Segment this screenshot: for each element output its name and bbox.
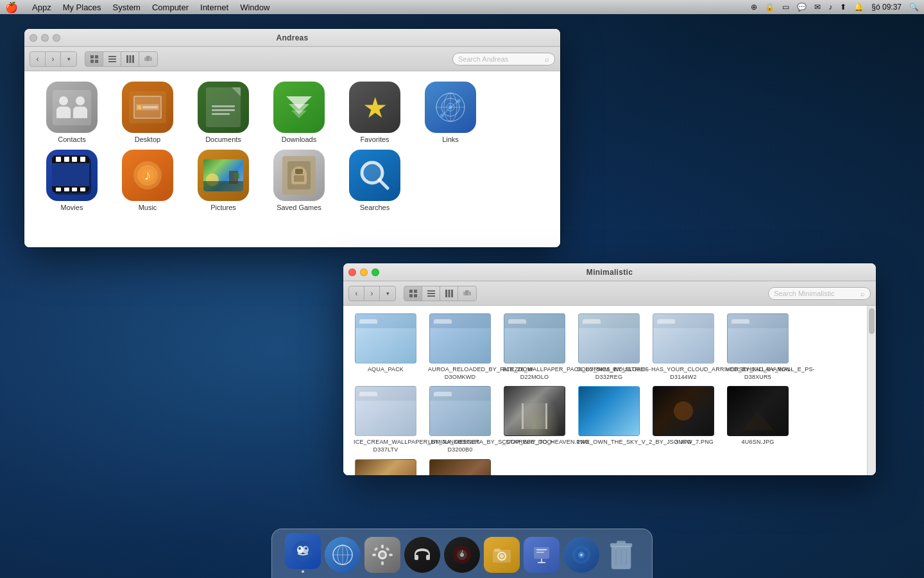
searches-icon xyxy=(349,150,400,201)
folder-documents[interactable]: Documents xyxy=(189,82,258,143)
forward-button-andreas[interactable]: › xyxy=(46,52,61,66)
minimize-button-minimalistic[interactable] xyxy=(360,268,368,276)
file-1we-own[interactable]: 1We_Own_The_Sky_v_2_BY_JsoNsw_7.png xyxy=(574,386,644,453)
menubar-add-icon[interactable]: ⊕ xyxy=(751,3,757,12)
close-button-minimalistic[interactable] xyxy=(348,268,356,276)
maximize-button-minimalistic[interactable] xyxy=(372,268,379,276)
menubar-upload-icon[interactable]: ⬆ xyxy=(840,3,846,12)
back-button-andreas[interactable]: ‹ xyxy=(30,52,46,66)
menu-internet[interactable]: Internet xyxy=(200,3,228,12)
svg-rect-37 xyxy=(427,295,435,297)
label-ice-cream: ICE_CREAM_WALLPAPER_BY_JUNKIEENET-D337LT… xyxy=(354,439,418,453)
menu-window[interactable]: Window xyxy=(240,3,270,12)
file-blr[interactable]: BLR_26_WALLPAPER_PACK_BY_5KM_INDUSTRIES-… xyxy=(500,313,569,381)
desktop-icon xyxy=(122,82,173,133)
dock-icon-keynote xyxy=(524,537,560,573)
file-lumina[interactable]: LUMINA_OBSCURA_BY_SCOOP_EEE_DOO-D3200B0 xyxy=(425,386,495,453)
scrollbar-minimalistic[interactable] xyxy=(867,306,876,475)
svg-rect-31 xyxy=(409,290,413,293)
svg-rect-5 xyxy=(108,58,116,60)
view-icon-btn-minimalistic[interactable] xyxy=(404,286,422,301)
view-icon-btn-andreas[interactable] xyxy=(85,52,103,66)
folder-links[interactable]: Links xyxy=(416,82,485,143)
file-colornes[interactable]: COLORNES_BY_SLOAU-D332REG xyxy=(574,313,644,381)
apple-menu[interactable]: 🍎 xyxy=(5,1,18,13)
view-list-btn-andreas[interactable] xyxy=(103,52,121,66)
svg-rect-60 xyxy=(385,547,389,551)
file-5f58b[interactable]: 5F58B43E412E1C33DA391DD76F81E2C7.JPG xyxy=(351,459,420,475)
menubar-mail-icon[interactable]: ✉ xyxy=(814,3,821,12)
close-button-andreas[interactable] xyxy=(30,34,37,42)
view-column-btn-minimalistic[interactable] xyxy=(440,286,458,301)
thumb-has-your xyxy=(653,313,714,363)
thumb-1we-own xyxy=(578,386,640,436)
thumb-stairway xyxy=(504,386,565,436)
dock-item-safari[interactable] xyxy=(325,537,361,573)
dock-item-itunes[interactable]: ♪ xyxy=(444,537,480,573)
nav-dropdown-andreas[interactable]: ▾ xyxy=(61,52,76,66)
svg-rect-71 xyxy=(536,552,544,553)
menubar-notify-icon[interactable]: 🔔 xyxy=(854,3,864,12)
search-box-andreas[interactable]: Search Andreas ⌕ xyxy=(452,53,555,66)
label-colornes: COLORNES_BY_SLOAU-D332REG xyxy=(577,366,641,381)
folder-movies[interactable]: Movies xyxy=(37,150,107,211)
file-horsehead[interactable]: HORSEHEAD_BY_WALL_E_PS-D38XUR5 xyxy=(723,313,792,381)
folder-contacts[interactable]: Contacts xyxy=(37,82,107,143)
minimize-button-andreas[interactable] xyxy=(41,34,49,42)
search-icon-minimalistic: ⌕ xyxy=(860,290,865,297)
folder-desktop[interactable]: Desktop xyxy=(113,82,182,143)
file-auroa[interactable]: AUROA_RELOADED_BY_FATEZOOM-D3OMKWD xyxy=(425,313,495,381)
window-content-andreas: Contacts Desktop xyxy=(24,71,560,247)
folder-downloads[interactable]: Downloads xyxy=(264,82,334,143)
menubar-display-icon[interactable]: ▭ xyxy=(782,3,789,12)
file-60jpg[interactable]: 60.jpg xyxy=(425,459,495,475)
forward-button-minimalistic[interactable]: › xyxy=(364,286,380,301)
folder-music[interactable]: ♪ Music xyxy=(113,150,182,211)
folder-pictures[interactable]: Pictures xyxy=(189,150,258,211)
file-stairway[interactable]: _Stairway_to_Heaven.png xyxy=(500,386,569,453)
dock-item-photo[interactable] xyxy=(484,537,520,573)
view-list-btn-minimalistic[interactable] xyxy=(422,286,440,301)
svg-rect-8 xyxy=(129,55,131,63)
movies-icon xyxy=(46,150,98,201)
menu-computer[interactable]: Computer xyxy=(152,3,189,12)
maximize-button-andreas[interactable] xyxy=(53,34,60,42)
dock-item-sysprefs[interactable] xyxy=(364,537,400,573)
thumb-3jpg xyxy=(653,386,714,436)
svg-line-23 xyxy=(442,107,450,116)
menu-system[interactable]: System xyxy=(113,3,141,12)
file-has-your[interactable]: HAS_YOUR_CLOUD_ARRIVED_BY_KILLAAARON-D31… xyxy=(649,313,718,381)
dock-item-dvd[interactable] xyxy=(563,537,599,573)
menubar: 🍎 Appz My Places System Computer Interne… xyxy=(0,0,924,14)
menu-myplaces[interactable]: My Places xyxy=(63,3,101,12)
menubar-chat-icon[interactable]: 💬 xyxy=(797,3,807,12)
file-aqua-pack[interactable]: Aqua_Pack xyxy=(351,313,420,381)
svg-point-47 xyxy=(298,547,301,550)
view-column-btn-andreas[interactable] xyxy=(121,52,139,66)
dock-item-keynote[interactable] xyxy=(524,537,560,573)
search-placeholder-andreas: Search Andreas xyxy=(458,55,508,63)
file-ice-cream[interactable]: ICE_CREAM_WALLPAPER_BY_JUNKIEENET-D337LT… xyxy=(351,386,420,453)
search-box-minimalistic[interactable]: Search Minimalistic ⌕ xyxy=(768,287,871,300)
dock-item-sound[interactable] xyxy=(404,537,440,573)
folder-savedgames[interactable]: Saved Games xyxy=(264,150,334,211)
thumb-4u6sn xyxy=(727,386,789,436)
menubar-music-icon[interactable]: ♪ xyxy=(828,3,832,12)
view-cover-btn-andreas[interactable] xyxy=(139,52,157,66)
svg-rect-6 xyxy=(108,61,116,62)
file-4u6sn[interactable]: 4U6SN.jpg xyxy=(723,386,792,453)
dock-item-finder[interactable] xyxy=(285,533,321,573)
dock-icon-safari xyxy=(325,537,361,573)
view-cover-btn-minimalistic[interactable] xyxy=(458,286,476,301)
file-3jpg[interactable]: 3.JPG xyxy=(649,386,718,453)
nav-dropdown-minimalistic[interactable]: ▾ xyxy=(380,286,395,301)
svg-point-77 xyxy=(580,554,583,556)
folder-searches[interactable]: Searches xyxy=(340,150,409,211)
thumb-auroa xyxy=(429,313,491,363)
folder-favorites[interactable]: ★ Favorites xyxy=(340,82,409,143)
dock-item-trash[interactable] xyxy=(603,537,639,573)
menubar-search-icon[interactable]: 🔍 xyxy=(909,3,919,12)
window-content-row-minimalistic: Aqua_Pack AUROA_RELOADED_BY_FATEZOOM-D3O… xyxy=(343,306,876,475)
back-button-minimalistic[interactable]: ‹ xyxy=(349,286,364,301)
menu-appz[interactable]: Appz xyxy=(32,3,51,12)
